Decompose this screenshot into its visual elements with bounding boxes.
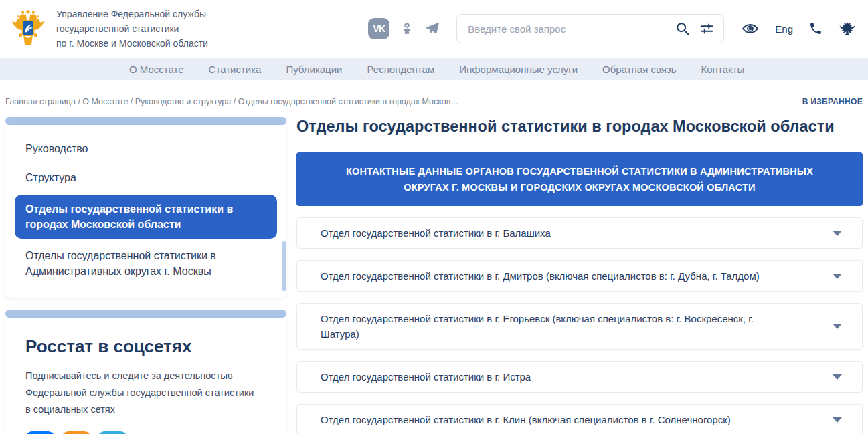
org-name: Управление Федеральной службы государств… bbox=[56, 7, 238, 51]
header: Управление Федеральной службы государств… bbox=[0, 0, 868, 58]
header-social-links: VK bbox=[368, 18, 440, 39]
search-icon[interactable] bbox=[675, 21, 690, 36]
accordion-dmitrov[interactable]: Отдел государственной статистики в г. Дм… bbox=[296, 260, 863, 292]
nav-item-statistika[interactable]: Статистика bbox=[209, 64, 262, 75]
content: Руководство Структура Отделы государстве… bbox=[0, 117, 868, 434]
accordion-klin[interactable]: Отдел государственной статистики в г. Кл… bbox=[296, 404, 863, 434]
accordion-label: Отдел государственной статистики в г. Кл… bbox=[321, 412, 751, 427]
social-card-body: Росстат в соцсетях Подписывайтесь и след… bbox=[5, 318, 286, 434]
social-card-title: Росстат в соцсетях bbox=[15, 336, 277, 357]
nav-item-publikatsii[interactable]: Публикации bbox=[286, 64, 342, 75]
org-name-line2: государственной статистики bbox=[56, 21, 238, 36]
chevron-down-icon bbox=[833, 231, 842, 236]
accordion-egoryevsk[interactable]: Отдел государственной статистики в г. Ег… bbox=[296, 303, 863, 350]
org-name-line3: по г. Москве и Московской области bbox=[56, 36, 238, 51]
accordion-balashikha[interactable]: Отдел государственной статистики в г. Ба… bbox=[296, 217, 863, 249]
odnoklassniki-icon[interactable] bbox=[62, 431, 91, 434]
nav-item-obratnaya-svyaz[interactable]: Обратная связь bbox=[602, 64, 677, 75]
chevron-down-icon bbox=[833, 324, 842, 329]
sidebar-item-rukovodstvo[interactable]: Руководство bbox=[15, 134, 277, 163]
odnoklassniki-icon[interactable] bbox=[400, 21, 414, 36]
language-toggle[interactable]: Eng bbox=[775, 23, 793, 35]
telegram-icon[interactable] bbox=[98, 431, 127, 434]
phone-icon[interactable] bbox=[809, 22, 822, 35]
accessibility-eye-icon[interactable] bbox=[742, 20, 759, 37]
social-links: VK bbox=[15, 431, 277, 434]
contacts-banner-button[interactable]: КОНТАКТНЫЕ ДАННЫЕ ОРГАНОВ ГОСУДАРСТВЕННО… bbox=[296, 152, 863, 206]
main-navigation: О Мосстате Статистика Публикации Респонд… bbox=[0, 58, 868, 80]
nav-item-respondentam[interactable]: Респондентам bbox=[367, 64, 434, 75]
social-card-strip bbox=[5, 310, 286, 318]
social-card: Росстат в соцсетях Подписывайтесь и след… bbox=[5, 310, 286, 434]
breadcrumb[interactable]: Главная страница / О Мосстате / Руководс… bbox=[5, 97, 458, 106]
sidebar-item-struktura[interactable]: Структура bbox=[15, 163, 277, 192]
state-eagle-icon[interactable] bbox=[839, 20, 856, 37]
sidebar-menu-card: Руководство Структура Отделы государстве… bbox=[5, 117, 286, 298]
sidebar-item-otdely-moskovskoy-oblasti[interactable]: Отделы государственной статистики в горо… bbox=[15, 195, 277, 239]
accordion-label: Отдел государственной статистики в г. Ис… bbox=[321, 369, 551, 385]
header-utilities: Eng bbox=[742, 20, 856, 37]
rosstat-emblem-logo[interactable] bbox=[11, 10, 46, 47]
search-filters-icon[interactable] bbox=[699, 21, 714, 36]
accordion-label: Отдел государственной статистики в г. Дм… bbox=[321, 268, 780, 284]
page-title: Отделы государственной статистики в горо… bbox=[296, 117, 863, 136]
chevron-down-icon bbox=[833, 417, 842, 423]
accordion-label: Отдел государственной статистики в г. Ба… bbox=[321, 225, 571, 241]
org-name-line1: Управление Федеральной службы bbox=[56, 7, 238, 21]
sidebar-menu-strip bbox=[5, 117, 286, 125]
nav-item-kontakty[interactable]: Контакты bbox=[701, 64, 745, 75]
search-input[interactable] bbox=[466, 23, 666, 35]
add-to-favorites-button[interactable]: В ИЗБРАННОЕ bbox=[802, 97, 863, 106]
sidebar-scrollbar-thumb[interactable] bbox=[282, 241, 286, 291]
chevron-down-icon bbox=[833, 374, 842, 380]
nav-item-o-mosstate[interactable]: О Мосстате bbox=[129, 64, 184, 75]
main-content: Отделы государственной статистики в горо… bbox=[296, 117, 863, 434]
vk-icon[interactable]: VK bbox=[368, 18, 389, 39]
chevron-down-icon bbox=[833, 274, 842, 279]
accordion-istra[interactable]: Отдел государственной статистики в г. Ис… bbox=[296, 361, 863, 393]
nav-item-informatsionnye-uslugi[interactable]: Информационные услуги bbox=[459, 64, 578, 75]
sidebar: Руководство Структура Отделы государстве… bbox=[5, 117, 286, 434]
search-bar bbox=[456, 14, 724, 43]
telegram-icon[interactable] bbox=[424, 21, 440, 37]
sidebar-menu: Руководство Структура Отделы государстве… bbox=[5, 125, 286, 298]
breadcrumb-row: Главная страница / О Мосстате / Руководс… bbox=[5, 97, 863, 106]
vk-icon[interactable]: VK bbox=[25, 431, 55, 434]
accordion-label: Отдел государственной статистики в г. Ег… bbox=[321, 311, 796, 342]
social-card-description: Подписывайтесь и следите за деятельность… bbox=[15, 368, 256, 418]
sidebar-item-otdely-okrugov-moskvy[interactable]: Отделы государственной статистики в Адми… bbox=[15, 241, 277, 286]
